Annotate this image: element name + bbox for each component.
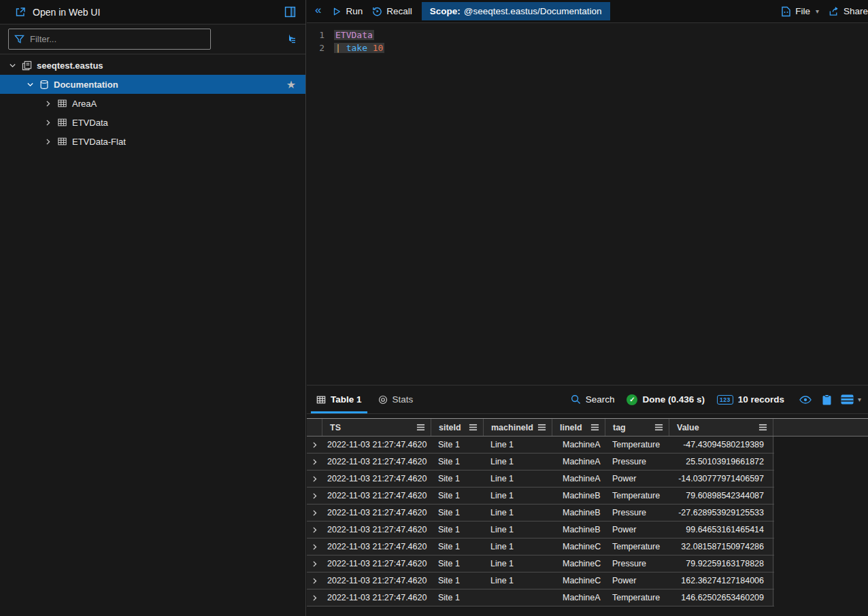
- cell-machineid: Line 1: [483, 572, 552, 589]
- column-menu-icon[interactable]: [416, 424, 425, 431]
- expand-column-header: [307, 419, 322, 436]
- tree-item-seeqtest-eastus[interactable]: seeqtest.eastus: [0, 56, 305, 75]
- column-header-tag[interactable]: tag: [605, 419, 669, 436]
- tab-stats[interactable]: Stats: [370, 386, 422, 413]
- cell-value: -14.030777971406597: [669, 470, 773, 487]
- view-layout-button[interactable]: ▾: [841, 394, 861, 405]
- expand-row-icon[interactable]: [307, 555, 322, 572]
- table-row[interactable]: 2022-11-03 21:27:47.4620Site 1Line 1Mach…: [307, 454, 774, 470]
- tree-item-areaa[interactable]: AreaA: [0, 94, 305, 113]
- table-row[interactable]: 2022-11-03 21:27:47.4620Site 1Line 1Mach…: [307, 572, 774, 589]
- column-menu-icon[interactable]: [758, 424, 767, 431]
- kusto-query-window: Open in Web UI seeqtest.eastusDocumentat…: [0, 0, 868, 616]
- column-menu-icon[interactable]: [469, 424, 478, 431]
- grid-header: TSsiteIdmachineIdlineIdtagValue: [307, 418, 868, 437]
- filter-input-box[interactable]: [8, 29, 211, 50]
- cell-value: 146.62502653460209: [669, 589, 773, 606]
- column-header-value[interactable]: Value: [669, 419, 773, 436]
- scope-value: @seeqtest.eastus/Documentation: [464, 6, 602, 16]
- panel-layout-icon[interactable]: [284, 6, 296, 18]
- column-menu-icon[interactable]: [654, 424, 663, 431]
- expand-row-icon[interactable]: [307, 454, 322, 470]
- expand-row-icon[interactable]: [307, 521, 322, 538]
- table-row[interactable]: 2022-11-03 21:27:47.4620Site 1Line 1Mach…: [307, 504, 774, 521]
- column-menu-icon[interactable]: [590, 424, 599, 431]
- expand-row-icon[interactable]: [307, 470, 322, 487]
- expand-row-icon[interactable]: [307, 504, 322, 521]
- cell-value: 32.081587150974286: [669, 538, 773, 555]
- filter-row: [0, 24, 305, 54]
- recall-button[interactable]: Recall: [372, 6, 412, 16]
- status-text: Done (0.436 s): [642, 394, 705, 405]
- chevron-down-icon: ▾: [858, 396, 861, 403]
- filter-funnel-icon: [14, 34, 24, 44]
- column-header-ts[interactable]: TS: [322, 419, 431, 436]
- table-row[interactable]: 2022-11-03 21:27:47.4620Site 1Line 1Mach…: [307, 487, 774, 504]
- search-icon: [571, 394, 581, 405]
- table-icon: [57, 118, 67, 127]
- cell-machineid: Line 1: [483, 504, 552, 521]
- favorites-filter-icon[interactable]: [284, 33, 297, 45]
- cell-siteid: Site 1: [431, 470, 483, 487]
- share-button[interactable]: Share: [829, 6, 868, 16]
- column-header-lineid[interactable]: lineId: [552, 419, 605, 436]
- records-123-icon: 123: [717, 395, 733, 405]
- table-icon: [316, 395, 326, 405]
- table-row[interactable]: 2022-11-03 21:27:47.4620Site 1Line 1Mach…: [307, 470, 774, 487]
- cell-ts: 2022-11-03 21:27:47.4620: [322, 470, 431, 487]
- cell-siteid: Site 1: [431, 437, 483, 453]
- search-results-button[interactable]: Search: [571, 394, 615, 405]
- tree-item-etvdata-flat[interactable]: ETVData-Flat: [0, 132, 305, 151]
- file-menu-button[interactable]: File ▾: [781, 6, 819, 17]
- chevron-right-icon[interactable]: [42, 118, 53, 127]
- table-row[interactable]: 2022-11-03 21:27:47.4620Site 1Line 1Mach…: [307, 521, 774, 538]
- tab-table-1[interactable]: Table 1: [308, 386, 370, 413]
- run-button[interactable]: Run: [332, 6, 363, 16]
- chevron-right-icon[interactable]: [42, 99, 53, 108]
- expand-row-icon[interactable]: [307, 572, 322, 589]
- chevron-down-icon[interactable]: [24, 80, 35, 89]
- expand-row-icon[interactable]: [307, 487, 322, 504]
- editor-line[interactable]: 1ETVData: [307, 29, 868, 41]
- cell-value: 99.64653161465414: [669, 521, 773, 538]
- chevron-right-icon[interactable]: [42, 137, 53, 146]
- query-toolbar: « Run Recall Scope: @seeqtest.eastus/Doc…: [307, 0, 868, 23]
- query-editor[interactable]: 1ETVData2| take 10: [307, 23, 868, 54]
- cell-tag: Temperature: [605, 538, 669, 555]
- external-link-icon[interactable]: [15, 7, 26, 18]
- column-header-siteid[interactable]: siteId: [431, 419, 483, 436]
- column-header-machineid[interactable]: machineId: [483, 419, 552, 436]
- tree-item-label: ETVData-Flat: [72, 137, 126, 147]
- collapse-sidebar-icon[interactable]: «: [315, 3, 321, 17]
- tree-item-label: AreaA: [72, 99, 97, 109]
- open-in-web-ui-label[interactable]: Open in Web UI: [33, 7, 100, 18]
- scope-selector[interactable]: Scope: @seeqtest.eastus/Documentation: [422, 2, 610, 20]
- database-icon: [39, 80, 49, 90]
- cell-lineid: MachineC: [552, 572, 605, 589]
- tree-item-documentation[interactable]: Documentation★: [0, 75, 305, 94]
- table-row[interactable]: 2022-11-03 21:27:47.4620Site 1Line 1Mach…: [307, 437, 774, 454]
- chevron-down-icon[interactable]: [7, 61, 18, 70]
- expand-row-icon[interactable]: [307, 437, 322, 453]
- chevron-down-icon: ▾: [816, 7, 819, 15]
- cell-lineid: MachineA: [552, 437, 605, 453]
- expand-row-icon[interactable]: [307, 589, 322, 606]
- sidebar-header: Open in Web UI: [0, 0, 305, 24]
- table-icon: [57, 137, 67, 146]
- table-row[interactable]: 2022-11-03 21:27:47.4620Site 1Line 1Mach…: [307, 555, 774, 572]
- main-area: « Run Recall Scope: @seeqtest.eastus/Doc…: [307, 0, 868, 616]
- copy-results-button[interactable]: [822, 394, 831, 405]
- record-count: 123 10 records: [717, 394, 784, 405]
- table-row[interactable]: 2022-11-03 21:27:47.4620Site 1MachineATe…: [307, 589, 774, 606]
- expand-row-icon[interactable]: [307, 538, 322, 555]
- cell-machineid: Line 1: [483, 470, 552, 487]
- column-menu-icon[interactable]: [537, 424, 546, 431]
- preview-toggle-button[interactable]: [799, 395, 812, 405]
- play-icon: [332, 7, 341, 16]
- editor-line[interactable]: 2| take 10: [307, 41, 868, 54]
- filter-input[interactable]: [30, 34, 205, 44]
- line-number: 2: [307, 41, 334, 54]
- star-icon[interactable]: ★: [286, 78, 296, 91]
- tree-item-etvdata[interactable]: ETVData: [0, 113, 305, 132]
- table-row[interactable]: 2022-11-03 21:27:47.4620Site 1Line 1Mach…: [307, 538, 774, 555]
